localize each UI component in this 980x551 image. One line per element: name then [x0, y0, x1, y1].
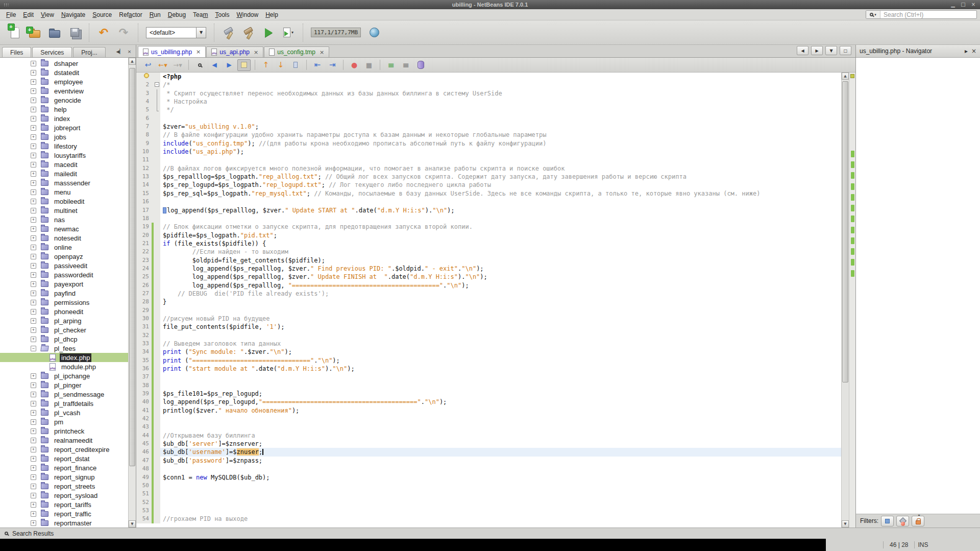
menu-view[interactable]: View [37, 10, 58, 20]
fold-column[interactable] [154, 457, 160, 465]
expander-icon[interactable]: + [31, 373, 36, 379]
stop-macro-icon[interactable]: ■ [362, 59, 376, 71]
line-number[interactable]: 39 [136, 390, 152, 398]
expander-icon[interactable]: + [31, 226, 36, 232]
line-number[interactable]: 17 [136, 206, 152, 214]
fold-column[interactable] [154, 239, 160, 248]
code-text[interactable]: $ps_rep_sql=$ps_logpath."rep_mysql.txt";… [160, 189, 841, 198]
tree-item-pl_fees[interactable]: −pl_fees [0, 344, 128, 353]
change-mark[interactable] [851, 227, 854, 233]
tree-item-eventview[interactable]: +eventview [0, 86, 128, 95]
comment-icon[interactable]: ≡ [384, 59, 398, 71]
fold-column[interactable] [154, 306, 160, 315]
code-text[interactable]: $zver="us_ubilling v.1.0"; [160, 123, 841, 131]
line-number[interactable]: 9 [136, 139, 152, 148]
fold-column[interactable] [154, 173, 160, 181]
toggle-bookmark-icon[interactable] [289, 59, 302, 71]
scrollbar-thumb[interactable] [129, 68, 135, 466]
close-navigator-icon[interactable]: × [971, 47, 976, 55]
line-number[interactable]: 19 [136, 223, 152, 231]
code-text[interactable]: log_append($ps_repalllog, "=============… [160, 281, 841, 290]
tree-item-report_tariffs[interactable]: +report_tariffs [0, 500, 128, 509]
tree-item-menu[interactable]: +menu [0, 187, 128, 197]
code-text[interactable] [160, 198, 841, 206]
fold-column[interactable] [154, 89, 160, 98]
highlight-search-icon[interactable] [237, 59, 251, 71]
menu-debug[interactable]: Debug [164, 10, 189, 20]
fold-column[interactable] [154, 315, 160, 323]
code-line[interactable]: 11 [136, 156, 841, 164]
code-line[interactable]: 36print ("start module at ".date("d.m.Y … [136, 365, 841, 373]
expander-icon[interactable]: + [31, 79, 36, 85]
expander-icon[interactable]: + [31, 254, 36, 259]
code-line[interactable]: 46$ub_db['username']=$znuser; [136, 448, 841, 456]
code-line[interactable]: 16 [136, 198, 841, 206]
change-mark[interactable] [851, 205, 854, 211]
change-mark[interactable] [851, 151, 854, 157]
expander-icon[interactable]: + [31, 493, 36, 498]
tree-item-payexport[interactable]: +payexport [0, 279, 128, 289]
line-number[interactable]: 45 [136, 440, 152, 448]
code-text[interactable] [160, 373, 841, 381]
fold-column[interactable] [154, 206, 160, 214]
code-text[interactable]: $ps_repalllog=$ps_logpath."rep_alllog.tx… [160, 173, 841, 181]
line-number[interactable]: 38 [136, 381, 152, 390]
menu-run[interactable]: Run [146, 10, 164, 20]
code-line[interactable]: 17log_append($ps_repalllog, $zver." Upda… [136, 206, 841, 214]
scroll-tabs-right-icon[interactable]: ▶ [811, 46, 823, 55]
code-text[interactable]: * Настройка [160, 98, 841, 106]
code-text[interactable]: $ub_db['username']=$znuser; [160, 448, 841, 456]
tab-us_config.tmp[interactable]: us_config.tmp× [264, 46, 329, 57]
code-line[interactable]: 7$zver="us_ubilling v.1.0"; [136, 123, 841, 131]
fold-column[interactable] [154, 356, 160, 365]
code-line[interactable]: 37 [136, 373, 841, 381]
expander-icon[interactable]: + [31, 392, 36, 397]
code-editor[interactable]: <?php2−/*3 * Скрипт осуществляет перенос… [136, 73, 855, 528]
expander-icon[interactable]: + [31, 189, 36, 195]
expander-icon[interactable]: − [31, 346, 36, 351]
expander-icon[interactable]: + [31, 511, 36, 517]
code-text[interactable]: //грохаем PID на выходе [160, 515, 841, 523]
shift-right-icon[interactable]: ⇥ [326, 59, 339, 71]
fold-column[interactable] [154, 164, 160, 173]
fold-column[interactable] [154, 423, 160, 431]
line-number[interactable]: 23 [136, 256, 152, 265]
tab-us_ubilling.php[interactable]: us_ubilling.php× [138, 46, 206, 57]
find-next-icon[interactable]: ▶ [223, 59, 236, 71]
config-combobox[interactable]: <default>▼ [146, 27, 206, 38]
code-line[interactable]: 53 [136, 507, 841, 515]
line-number[interactable]: 22 [136, 248, 152, 256]
fold-column[interactable] [154, 231, 160, 239]
expander-icon[interactable]: + [31, 456, 36, 462]
code-text[interactable]: } [160, 298, 841, 306]
fold-column[interactable] [154, 381, 160, 390]
code-text[interactable]: // Блок фиксации отметки о запуске скрип… [160, 223, 841, 231]
line-number[interactable]: 7 [136, 123, 152, 131]
code-line[interactable]: 22 //Если найден - то выходим [136, 248, 841, 256]
tree-item-report_creditexpire[interactable]: +report_creditexpire [0, 445, 128, 454]
code-text[interactable] [160, 507, 841, 515]
expander-icon[interactable]: + [31, 309, 36, 315]
line-number[interactable]: 41 [136, 406, 152, 415]
code-line[interactable]: 15$ps_rep_sql=$ps_logpath."rep_mysql.txt… [136, 189, 841, 198]
code-text[interactable]: $ub_db['server']=$znserver; [160, 440, 841, 448]
code-text[interactable]: //В файлах логов фиксируется много полез… [160, 164, 841, 173]
code-line[interactable]: 9include("us_config.tmp"); //(для работы… [136, 139, 841, 148]
code-line[interactable]: 27 // DEBUG die('PID file already exists… [136, 290, 841, 298]
tab-us_api.php[interactable]: us_api.php× [206, 46, 263, 57]
maximize-editor-icon[interactable]: □ [840, 46, 851, 55]
tree-item-lifestory[interactable]: +lifestory [0, 141, 128, 151]
fold-column[interactable] [154, 373, 160, 381]
run-icon[interactable] [260, 23, 277, 42]
close-tab-icon[interactable]: × [254, 49, 258, 56]
code-text[interactable]: printlog($zver." начало обновления"); [160, 406, 841, 415]
code-line[interactable]: 40log_append($ps_rep_logupd,"===========… [136, 398, 841, 406]
menu-navigate[interactable]: Navigate [58, 10, 89, 20]
tree-item-realnameedit[interactable]: +realnameedit [0, 436, 128, 445]
line-number[interactable]: 12 [136, 164, 152, 173]
code-line[interactable]: 33// Выведем заголовок типа данных [136, 340, 841, 348]
expander-icon[interactable]: + [31, 235, 36, 241]
code-line[interactable]: 35print ("==============================… [136, 356, 841, 365]
expander-icon[interactable]: + [31, 180, 36, 186]
code-text[interactable]: log_append($ps_repalllog, $zver." Update… [160, 273, 841, 281]
